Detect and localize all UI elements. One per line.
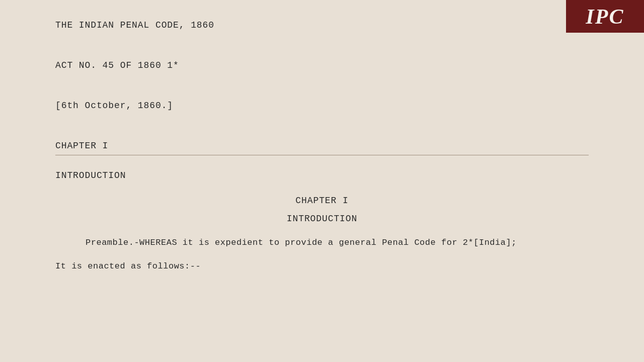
intro-heading-center: INTRODUCTION: [55, 214, 589, 224]
enacted-text: It is enacted as follows:--: [55, 259, 589, 273]
document-date: [6th October, 1860.]: [55, 101, 589, 111]
intro-heading-left: INTRODUCTION: [55, 170, 589, 180]
chapter-heading-center: CHAPTER I: [55, 196, 589, 206]
centered-section: CHAPTER I INTRODUCTION: [55, 196, 589, 224]
act-number: ACT NO. 45 OF 1860 1*: [55, 60, 589, 70]
document-title: THE INDIAN PENAL CODE, 1860: [55, 20, 589, 30]
preamble-text: Preamble.-WHEREAS it is expedient to pro…: [55, 236, 589, 249]
chapter-heading-left: CHAPTER I: [55, 141, 589, 155]
main-content: THE INDIAN PENAL CODE, 1860 ACT NO. 45 O…: [0, 0, 644, 288]
